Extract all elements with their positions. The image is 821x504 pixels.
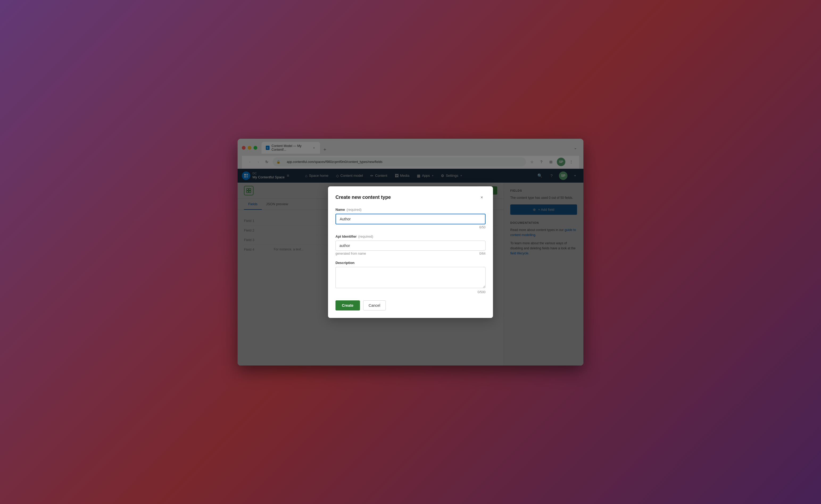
name-hint-row: 6/50 [336,225,485,229]
api-identifier-input[interactable] [336,241,485,251]
modal-header: Create new content type × [336,194,485,201]
modal-close-button[interactable]: × [478,194,485,201]
name-label: Name (required) [336,208,485,212]
modal-overlay: Create new content type × Name (required… [238,183,583,366]
description-hint-row: 0/500 [336,290,485,294]
create-button[interactable]: Create [336,300,360,310]
name-field-group: Name (required) 6/50 [336,208,485,229]
api-required-label: (required) [358,234,373,238]
api-identifier-field-group: Api Identifier (required) generated from… [336,234,485,255]
description-label-text: Description [336,261,355,265]
api-label-text: Api Identifier [336,234,357,238]
name-count: 6/50 [479,225,485,229]
api-label: Api Identifier (required) [336,234,485,238]
name-label-text: Name [336,208,345,212]
app-content: DC My Contentful Space ≡ ⌂ Space home ◇ … [238,169,583,366]
api-count: 0/64 [479,252,485,255]
description-count: 0/500 [477,290,485,294]
name-input[interactable] [336,214,485,224]
api-hint-row: generated from name 0/64 [336,252,485,255]
modal-cancel-button[interactable]: Cancel [363,300,386,310]
name-required-label: (required) [346,208,361,212]
modal-actions: Create Cancel [336,300,485,310]
api-hint-text: generated from name [336,252,366,255]
description-field-group: Description 0/500 [336,261,485,294]
modal-create-content-type: Create new content type × Name (required… [328,186,493,318]
browser-window: C Content Model — My Contentf... × + ⌄ ‹… [238,139,583,366]
modal-title: Create new content type [336,195,391,200]
description-label: Description [336,261,485,265]
description-textarea[interactable] [336,267,485,288]
main-area: Edit Cancel Save Fields JSON preview Fie… [238,183,583,366]
